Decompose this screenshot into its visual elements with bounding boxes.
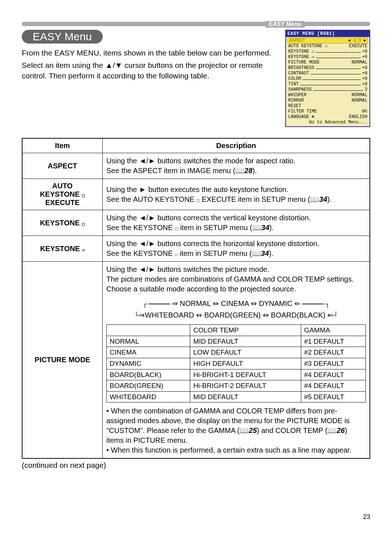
item-aspect: ASPECT — [22, 153, 103, 179]
keystone-v-icon: ▢ — [82, 193, 85, 197]
osd-row: LANGUAGE ⊛ENGLISH — [287, 114, 368, 120]
left-arrow-icon: ◄ — [348, 38, 351, 43]
item-auto-keystone: AUTO KEYSTONE ▢ EXECUTE — [22, 179, 103, 210]
osd-row: FILTER TIME0h — [287, 109, 368, 114]
intro-paragraph-1: From the EASY MENU, items shown in the t… — [22, 48, 274, 58]
osd-aspect-label: ASPECT — [289, 38, 305, 43]
th-item: Item — [22, 138, 103, 153]
table-row: DYNAMICHIGH DEFAULT#3 DEFAULT — [107, 358, 366, 369]
keystone-h-icon: ▱ — [82, 248, 85, 252]
desc-keystone-h: Using the ◄/► buttons corrects the horiz… — [103, 236, 370, 262]
osd-title: EASY MENU [RGB1] — [286, 30, 369, 37]
keystone-h-icon: ▱ — [175, 252, 178, 257]
book-icon: 📖 — [310, 195, 319, 203]
th-desc: Description — [103, 138, 370, 153]
osd-row: SHARPNESS3 — [287, 87, 368, 93]
page-title: EASY Menu — [22, 30, 103, 44]
osd-aspect-value: 4:3 — [353, 38, 361, 43]
table-row: BOARD(BLACK)Hi-BRIGHT-1 DEFAULT#4 DEFAUL… — [107, 369, 366, 380]
osd-row: KEYSTONE ▱+0 — [287, 54, 368, 60]
book-icon: 📖 — [240, 426, 249, 434]
book-icon: 📖 — [252, 224, 261, 232]
keystone-v-icon: ▢ — [82, 222, 85, 226]
header-bar: EASY Menu — [22, 22, 370, 26]
item-picture-mode: PICTURE MODE — [22, 262, 103, 459]
osd-row: WHISPERNORMAL — [287, 93, 368, 98]
book-icon: 📖 — [235, 167, 244, 175]
desc-picture-mode: Using the ◄/► buttons switches the pictu… — [103, 262, 370, 459]
right-arrow-icon: ► — [364, 38, 366, 43]
keystone-v-icon: ▢ — [175, 226, 178, 232]
table-row: CINEMALOW DEFAULT#2 DEFAULT — [107, 347, 366, 358]
book-icon: 📖 — [327, 426, 336, 434]
item-keystone-h: KEYSTONE ▱ — [22, 236, 103, 262]
osd-row: MIRRORNORMAL — [287, 98, 368, 103]
table-row: NORMALMID DEFAULT#1 DEFAULT — [107, 336, 366, 347]
keystone-v-icon: ▢ — [196, 198, 200, 203]
osd-footer: Go to Advanced Menu... — [287, 120, 368, 125]
osd-screenshot: EASY MENU [RGB1] ASPECT ◄ 4:3 ► AUTO KEY… — [285, 30, 370, 127]
osd-row: RESET — [287, 103, 368, 109]
main-table: Item Description ASPECT Using the ◄/► bu… — [22, 138, 370, 459]
table-row: BOARD(GREEN)Hi-BRIGHT-2 DEFAULT#4 DEFAUL… — [107, 380, 366, 392]
header-tab: EASY Menu — [265, 21, 305, 28]
item-keystone-v: KEYSTONE ▢ — [22, 210, 103, 236]
intro-paragraph-2: Select an item using the ▲/▼ cursor butt… — [22, 60, 274, 81]
book-icon: 📖 — [252, 249, 261, 257]
page-number: 23 — [22, 513, 370, 521]
picture-mode-subtable: COLOR TEMP GAMMA NORMALMID DEFAULT#1 DEF… — [106, 324, 366, 402]
mode-flow: ┌⇒ NORMAL ⇔ CINEMA ⇔ DYNAMIC ⇐┐ └⇒WHITEB… — [106, 298, 366, 321]
desc-aspect: Using the ◄/► buttons switches the mode … — [103, 153, 370, 179]
osd-highlight-row: ASPECT ◄ 4:3 ► — [287, 38, 368, 44]
desc-auto-keystone: Using the ► button executes the auto key… — [103, 179, 370, 210]
continued-note: (continued on next page) — [22, 461, 370, 470]
table-row: WHITEBOARDMID DEFAULT#5 DEFAULT — [107, 391, 366, 402]
desc-keystone-v: Using the ◄/► buttons corrects the verti… — [103, 210, 370, 236]
